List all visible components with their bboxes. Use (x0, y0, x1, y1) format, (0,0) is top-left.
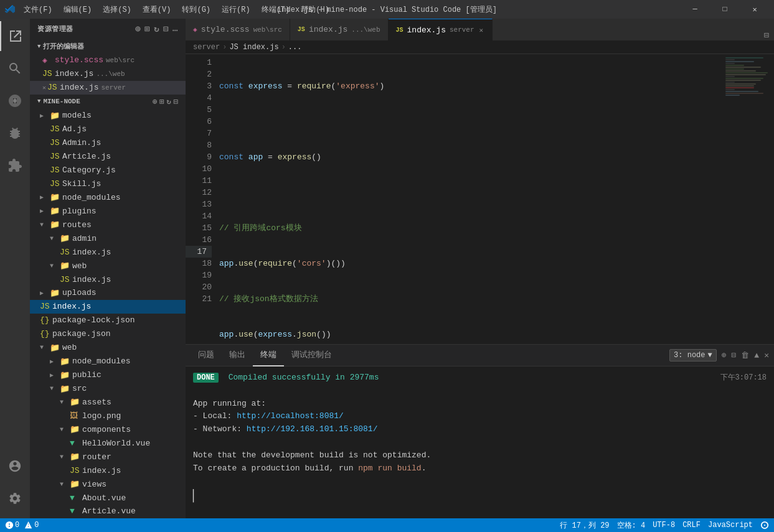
breadcrumb-more[interactable]: ... (288, 43, 302, 52)
activity-debug[interactable] (0, 118, 30, 148)
tree-category[interactable]: JS Category.js (30, 164, 186, 177)
status-spaces[interactable]: 空格: 4 (617, 520, 646, 531)
tree-web-public[interactable]: ▶ 📁 public (30, 368, 186, 382)
status-eol[interactable]: CRLF (682, 520, 701, 531)
menu-goto[interactable]: 转到(G) (177, 3, 215, 16)
tree-indexjs-root[interactable]: JS index.js (30, 300, 186, 314)
tab-indexjs-web[interactable]: JS index.js ...\web (290, 19, 389, 40)
tree-routes-web-index[interactable]: JS index.js (30, 273, 186, 286)
menu-edit[interactable]: 编辑(E) (59, 3, 97, 16)
tree-uploads[interactable]: ▶ 📁 uploads (30, 286, 186, 300)
breadcrumb-js[interactable]: JS index.js (229, 43, 278, 52)
menu-select[interactable]: 选择(S) (98, 3, 136, 16)
tree-article-vue[interactable]: ▼ Article.vue (30, 505, 186, 518)
breadcrumb-server[interactable]: server (193, 43, 220, 52)
tree-routes-admin[interactable]: ▼ 📁 admin (30, 231, 186, 245)
menu-run[interactable]: 运行(R) (217, 3, 255, 16)
tree-logo[interactable]: 🖼 logo.png (30, 409, 186, 422)
status-feedback[interactable] (760, 520, 769, 531)
new-terminal-icon[interactable]: ⊕ (722, 350, 727, 360)
tree-article[interactable]: JS Article.js (30, 150, 186, 164)
close-panel-icon[interactable]: ✕ (764, 350, 769, 360)
terminal-selector[interactable]: 3: node ▼ (669, 349, 717, 362)
new-file-icon[interactable]: ⊕ (135, 24, 141, 34)
error-icon (5, 521, 14, 530)
tree-routes[interactable]: ▼ 📁 routes (30, 218, 186, 231)
activity-explorer[interactable] (0, 21, 30, 51)
tree-package-json[interactable]: {} package.json (30, 327, 186, 341)
tree-components[interactable]: ▼ 📁 components (30, 422, 186, 436)
tree-ad[interactable]: JS Ad.js (30, 123, 186, 136)
chevron-down-icon: ▼ (40, 222, 50, 228)
tree-web-folder[interactable]: ▼ 📁 web (30, 341, 186, 355)
activity-search[interactable] (0, 54, 30, 83)
activity-settings[interactable] (0, 483, 30, 513)
panel-content[interactable]: DONE Compiled successfully in 2977ms 下午3… (186, 366, 774, 518)
activity-extensions[interactable] (0, 151, 30, 180)
more-icon[interactable]: … (172, 24, 178, 34)
close-button[interactable]: ✕ (740, 0, 769, 19)
tree-routes-admin-index[interactable]: JS index.js (30, 245, 186, 259)
tree-node-modules[interactable]: ▶ 📁 node_modules (30, 190, 186, 204)
tree-views[interactable]: ▼ 📁 views (30, 477, 186, 491)
menu-file[interactable]: 文件(F) (19, 3, 57, 16)
tree-plugins[interactable]: ▶ 📁 plugins (30, 204, 186, 218)
maximize-panel-icon[interactable]: ▲ (754, 351, 759, 360)
panel-tab-output[interactable]: 输出 (222, 345, 253, 366)
tree-helloworld[interactable]: ▼ HelloWorld.vue (30, 436, 186, 450)
close-icon-small[interactable]: ✕ (42, 84, 46, 91)
minimize-button[interactable]: — (681, 0, 709, 19)
code-content[interactable]: const express = require('express') const… (217, 54, 724, 344)
activity-avatar[interactable] (0, 451, 30, 481)
open-editors-section[interactable]: ▼ 打开的编辑器 (30, 39, 186, 54)
status-errors[interactable]: 0 (5, 521, 19, 530)
split-terminal-icon[interactable]: ⊟ (732, 350, 737, 360)
open-file-indexjs-server[interactable]: ✕ JS index.js server (30, 81, 186, 95)
tree-admin-model[interactable]: JS Admin.js (30, 136, 186, 150)
status-warnings[interactable]: 0 (24, 521, 39, 530)
open-file-scss[interactable]: ◈ style.scss web\src (30, 54, 186, 67)
status-line-col[interactable]: 行 17，列 29 (560, 520, 609, 531)
refresh-icon[interactable]: ↻ (154, 24, 159, 34)
activity-git[interactable] (0, 86, 30, 116)
project-section[interactable]: ▼ MINE-NODE ⊕ ⊞ ↻ ⊟ (30, 95, 186, 109)
tab-indexjs-server[interactable]: JS index.js server ✕ (389, 19, 493, 40)
tree-router[interactable]: ▼ 📁 router (30, 450, 186, 464)
panel-actions: 3: node ▼ ⊕ ⊟ 🗑 ▲ ✕ (669, 349, 769, 362)
tree-router-index[interactable]: JS index.js (30, 464, 186, 477)
split-editor-icon[interactable]: ⊟ (764, 30, 769, 40)
menu-view[interactable]: 查看(V) (138, 3, 176, 16)
new-folder-icon[interactable]: ⊞ (144, 24, 150, 34)
vscode-icon (5, 4, 15, 14)
open-file-indexjs-web[interactable]: JS index.js ...\web (30, 67, 186, 81)
panel-tab-terminal[interactable]: 终端 (253, 345, 284, 366)
main-layout: 资源管理器 ⊕ ⊞ ↻ ⊟ … ▼ 打开的编辑器 ◈ style.scss we… (0, 19, 774, 518)
tree-web-src[interactable]: ▼ 📁 src (30, 382, 186, 396)
status-language[interactable]: JavaScript (708, 520, 753, 531)
chevron-right-icon: ▶ (50, 371, 60, 379)
new-file-btn[interactable]: ⊕ (153, 97, 157, 106)
tab-scss[interactable]: ◈ style.scss web\src (186, 19, 290, 40)
collapse-icon[interactable]: ⊟ (163, 24, 169, 34)
status-encoding[interactable]: UTF-8 (653, 520, 675, 531)
error-count: 0 (15, 521, 19, 530)
collapse-btn[interactable]: ⊟ (174, 97, 178, 106)
terminal-prompt-line[interactable]: ▏ (193, 488, 767, 506)
tab-close-button[interactable]: ✕ (478, 25, 485, 35)
window-controls[interactable]: — □ ✕ (681, 0, 769, 19)
tree-about[interactable]: ▼ About.vue (30, 491, 186, 505)
tree-models[interactable]: ▶ 📁 models (30, 109, 186, 123)
new-folder-btn[interactable]: ⊞ (159, 97, 164, 106)
refresh-btn[interactable]: ↻ (167, 97, 171, 106)
trash-terminal-icon[interactable]: 🗑 (741, 351, 749, 360)
maximize-button[interactable]: □ (710, 0, 739, 19)
tree-web-node-modules[interactable]: ▶ 📁 node_modules (30, 355, 186, 368)
tree-skill[interactable]: JS Skill.js (30, 177, 186, 191)
panel-tab-problems[interactable]: 问题 (191, 345, 222, 366)
sidebar-header-icons[interactable]: ⊕ ⊞ ↻ ⊟ … (135, 24, 178, 34)
panel-tab-debug[interactable]: 调试控制台 (284, 345, 339, 366)
tree-routes-web[interactable]: ▼ 📁 web (30, 259, 186, 273)
code-editor[interactable]: 12345 678910 1112131415 1617181920 21 co… (186, 54, 774, 344)
tree-package-lock[interactable]: {} package-lock.json (30, 314, 186, 327)
tree-assets[interactable]: ▼ 📁 assets (30, 396, 186, 409)
